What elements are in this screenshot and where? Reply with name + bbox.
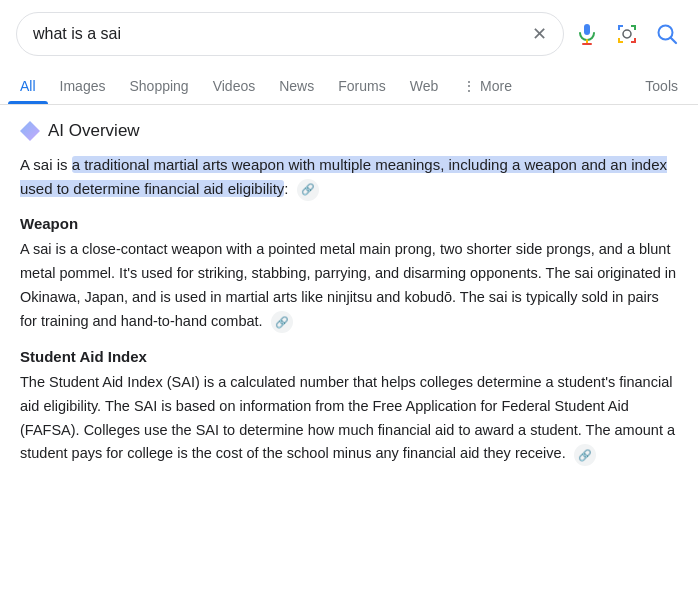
summary-prefix: A sai is: [20, 156, 72, 173]
tab-all[interactable]: All: [8, 68, 48, 104]
summary-suffix: :: [284, 180, 288, 197]
tab-news[interactable]: News: [267, 68, 326, 104]
tab-forums[interactable]: Forums: [326, 68, 397, 104]
lens-icon[interactable]: [612, 19, 642, 49]
summary-link-icon[interactable]: 🔗: [297, 179, 319, 201]
nav-tabs: All Images Shopping Videos News Forums W…: [0, 68, 698, 105]
tab-more[interactable]: ⋮ More: [450, 68, 524, 104]
section-weapon-title: Weapon: [20, 215, 678, 232]
tab-images[interactable]: Images: [48, 68, 118, 104]
svg-rect-0: [584, 24, 590, 35]
summary-highlight: a traditional martial arts weapon with m…: [20, 156, 667, 197]
search-bar[interactable]: what is a sai ✕: [16, 12, 564, 56]
tab-shopping[interactable]: Shopping: [117, 68, 200, 104]
section-sai-body: The Student Aid Index (SAI) is a calcula…: [20, 371, 678, 467]
ai-summary: A sai is a traditional martial arts weap…: [20, 153, 678, 201]
ai-overview-header: AI Overview: [20, 121, 678, 141]
tab-web[interactable]: Web: [398, 68, 451, 104]
mic-icon[interactable]: [572, 19, 602, 49]
section-sai-title: Student Aid Index: [20, 348, 678, 365]
clear-icon[interactable]: ✕: [532, 23, 547, 45]
tools-button[interactable]: Tools: [633, 68, 690, 104]
tab-videos[interactable]: Videos: [201, 68, 268, 104]
svg-point-3: [623, 30, 631, 38]
ai-overview-title: AI Overview: [48, 121, 140, 141]
search-icons: [572, 19, 682, 49]
ai-diamond-icon: [20, 121, 40, 141]
weapon-link-icon[interactable]: 🔗: [271, 311, 293, 333]
section-weapon-body: A sai is a close-contact weapon with a p…: [20, 238, 678, 334]
search-bar-container: what is a sai ✕: [0, 0, 698, 68]
svg-line-5: [671, 38, 677, 44]
main-content: AI Overview A sai is a traditional marti…: [0, 105, 698, 482]
sai-link-icon[interactable]: 🔗: [574, 444, 596, 466]
search-icon[interactable]: [652, 19, 682, 49]
search-input[interactable]: what is a sai: [33, 25, 524, 43]
